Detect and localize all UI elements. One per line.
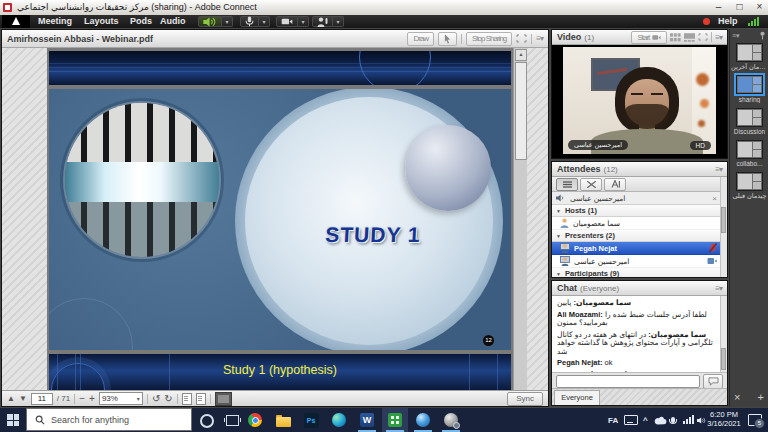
video-pod-menu-icon[interactable]: ≡▾ — [715, 33, 722, 42]
speaker-icon — [203, 17, 217, 27]
attendees-pod-menu-icon[interactable]: ≡▾ — [715, 165, 722, 174]
zoom-out-button[interactable]: − — [79, 393, 85, 404]
thumbnails-toggle-icon[interactable] — [215, 392, 232, 406]
attendees-pod: Attendees (12) ≡▾ امیرحسین عباسی × ▼ Hos… — [551, 161, 728, 278]
layout-thumb-5[interactable] — [736, 172, 763, 191]
fullscreen-icon[interactable] — [516, 34, 527, 43]
filmstrip-view-icon[interactable] — [684, 33, 695, 42]
maximize-button[interactable]: □ — [731, 1, 748, 13]
keyboard-tray-item[interactable] — [624, 408, 638, 432]
attendee-row-presenter[interactable]: امیرحسین عباسی — [552, 255, 721, 268]
taskbar-active-app[interactable] — [382, 408, 408, 432]
attendee-row-presenter-selected[interactable]: Pegah Nejat — [552, 242, 721, 255]
webcam-dropdown[interactable]: ▾ — [298, 16, 309, 27]
taskbar-clock[interactable]: 6:20 PM 3/16/2021 — [706, 411, 742, 428]
scrollbar-thumb[interactable] — [721, 207, 726, 233]
menu-layouts[interactable]: Layouts — [84, 15, 119, 28]
status-button[interactable] — [312, 16, 333, 27]
taskbar-chrome[interactable] — [242, 408, 268, 432]
taskbar-disc-app[interactable] — [438, 408, 464, 432]
help-menu[interactable]: Help — [718, 15, 738, 28]
attendee-row-host[interactable]: سما معصومیان — [552, 217, 721, 230]
delete-layout-button[interactable]: × — [734, 392, 740, 403]
webcam-button[interactable] — [276, 16, 298, 27]
chat-scrollbar[interactable] — [720, 296, 727, 372]
onedrive-tray-item[interactable] — [654, 408, 668, 432]
attendee-list-view-button[interactable] — [556, 178, 578, 191]
status-view-button[interactable] — [604, 178, 626, 191]
taskbar-globe-app[interactable] — [410, 408, 436, 432]
continuous-view-icon[interactable] — [196, 393, 206, 405]
taskbar-search-input[interactable]: Search for anything — [26, 408, 192, 431]
layout-thumb-collaboration[interactable] — [736, 140, 763, 159]
chat-message-input[interactable] — [556, 375, 700, 388]
share-pod: Amirhossein Abbasi - Webinar.pdf Draw St… — [1, 29, 549, 407]
layout-thumb-1[interactable] — [736, 43, 763, 62]
pin-icon[interactable] — [759, 31, 766, 40]
share-scrollbar[interactable]: ▲ — [513, 48, 527, 390]
group-participants[interactable]: ▼ Participants (9) — [552, 268, 721, 278]
start-webcam-button[interactable]: Start — [631, 31, 667, 44]
network-tray-item[interactable] — [683, 408, 694, 432]
layouts-menu-icon[interactable]: ≡▾ — [732, 31, 740, 40]
task-view-icon[interactable] — [226, 415, 239, 426]
scrollbar-thumb[interactable] — [515, 62, 527, 160]
menu-audio[interactable]: Audio — [160, 15, 186, 28]
zoom-level-select[interactable]: 93%▾ — [99, 392, 143, 405]
grid-view-icon[interactable] — [670, 33, 681, 42]
green-app-icon — [388, 413, 402, 427]
single-page-view-icon[interactable] — [182, 393, 192, 405]
page-number-input[interactable] — [31, 393, 53, 405]
breakout-view-button[interactable] — [580, 178, 602, 191]
globe-app-icon — [416, 413, 430, 427]
mic-dropdown[interactable]: ▾ — [259, 16, 270, 27]
mic-tray-item[interactable] — [671, 408, 675, 432]
taskbar-edge[interactable] — [326, 408, 352, 432]
previous-page-button[interactable]: ▲ — [7, 394, 15, 403]
tab-everyone[interactable]: Everyone — [554, 390, 600, 405]
menu-meeting[interactable]: Meeting — [38, 15, 72, 28]
attendees-scrollbar[interactable] — [720, 177, 727, 277]
folder-icon — [276, 417, 291, 427]
taskbar-word[interactable]: W — [354, 408, 380, 432]
zoom-in-button[interactable]: + — [89, 393, 95, 404]
layout-thumb-discussion[interactable] — [736, 108, 763, 127]
group-hosts[interactable]: ▼ Hosts (1) — [552, 205, 721, 217]
webcam-control: ▾ — [276, 16, 309, 27]
menu-pods[interactable]: Pods — [130, 15, 152, 28]
next-page-button[interactable]: ▼ — [19, 394, 27, 403]
cortana-icon[interactable] — [200, 414, 214, 428]
microphone-icon — [245, 16, 254, 27]
language-indicator[interactable]: FA — [608, 408, 618, 432]
rotate-right-button[interactable]: ↻ — [164, 393, 172, 404]
group-presenters[interactable]: ▼ Presenters (2) — [552, 230, 721, 242]
rotate-left-button[interactable]: ↺ — [152, 393, 160, 404]
taskbar-explorer[interactable] — [270, 408, 296, 432]
dismiss-speaker-icon[interactable]: × — [712, 194, 717, 203]
chat-send-button[interactable] — [703, 374, 723, 389]
add-layout-button[interactable]: + — [758, 392, 764, 403]
stop-sharing-button[interactable]: Stop Sharing — [466, 32, 512, 46]
volume-tray-item[interactable] — [697, 408, 706, 432]
scrollbar-thumb[interactable] — [721, 348, 726, 370]
start-button[interactable] — [0, 408, 26, 432]
fullscreen-icon[interactable] — [698, 33, 708, 41]
action-center-icon[interactable]: 5 — [748, 414, 762, 426]
status-dropdown[interactable]: ▾ — [333, 16, 344, 27]
speaker-dropdown[interactable]: ▾ — [222, 16, 233, 27]
share-pod-menu-icon[interactable]: ≡▾ — [536, 34, 543, 43]
minimize-button[interactable]: – — [710, 1, 727, 13]
webcam-icon — [652, 34, 661, 41]
scroll-up-button[interactable]: ▲ — [515, 49, 527, 61]
tray-overflow-chevron[interactable]: ^ — [643, 408, 648, 432]
sync-button[interactable]: Sync — [507, 392, 543, 406]
chat-pod-menu-icon[interactable]: ≡▾ — [715, 284, 722, 293]
close-button[interactable]: × — [751, 1, 768, 13]
mic-button[interactable] — [240, 16, 259, 27]
taskbar-photoshop[interactable]: Ps — [298, 408, 324, 432]
draw-button[interactable]: Draw — [407, 32, 434, 46]
pointer-button[interactable] — [438, 32, 457, 46]
speaker-button[interactable] — [198, 16, 222, 27]
layout-thumb-sharing[interactable] — [736, 75, 763, 94]
video-content: امیرحسین عباسی HD — [552, 45, 727, 158]
